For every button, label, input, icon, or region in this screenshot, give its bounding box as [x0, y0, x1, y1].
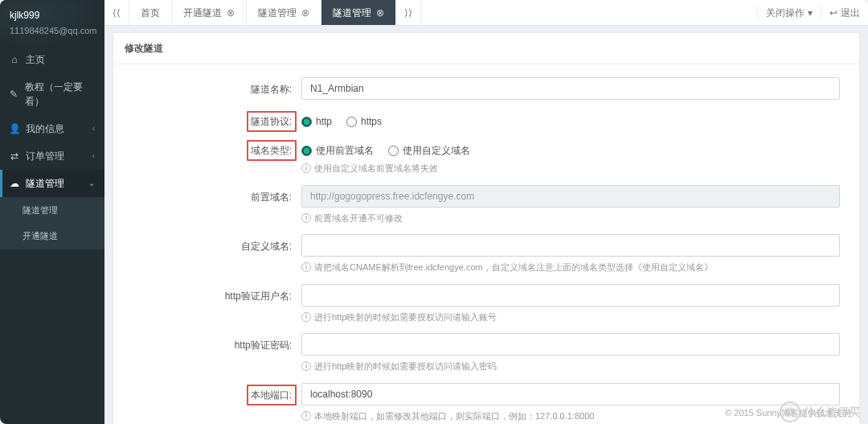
info-icon: i: [301, 312, 311, 322]
radio-custom-domain[interactable]: 使用自定义域名: [388, 143, 470, 158]
custom-domain-input[interactable]: [301, 234, 840, 257]
sidebar-item-label: 教程（一定要看）: [25, 80, 95, 109]
user-name: kjlk999: [10, 8, 96, 23]
sidebar-item-tunnels[interactable]: ☁ 隧道管理 ⌄: [0, 170, 104, 197]
next-tabs-button[interactable]: ⟩⟩: [396, 0, 421, 25]
info-icon: i: [301, 411, 311, 421]
user-mail: 1119848245@qq.com: [10, 24, 96, 38]
help-domain-type: i使用自定义域名前置域名将失效: [301, 162, 840, 175]
sidebar-item-label: 隧道管理: [26, 176, 64, 191]
info-icon: i: [301, 163, 311, 173]
help-http-pass: i进行http映射的时候如需要授权访问请输入密码: [301, 360, 840, 373]
http-user-input[interactable]: [301, 284, 840, 307]
sidebar-item-label: 开通隧道: [23, 229, 58, 243]
sidebar-item-label: 订单管理: [26, 149, 64, 163]
label-local-port: 本地端口:: [133, 383, 301, 402]
info-icon: i: [301, 213, 311, 223]
chevron-left-icon: ‹: [92, 122, 95, 134]
tab-open-tunnel[interactable]: 开通隧道⊗: [172, 0, 247, 25]
close-icon[interactable]: ⊗: [301, 6, 309, 20]
tab-tunnel-manage[interactable]: 隧道管理⊗: [247, 0, 321, 25]
book-icon: ✎: [10, 87, 18, 101]
chevron-down-icon: ▾: [808, 6, 813, 20]
radio-preset-domain[interactable]: 使用前置域名: [301, 143, 374, 158]
http-pass-input[interactable]: [301, 333, 840, 356]
edit-tunnel-panel: 修改隧道 隧道名称: 隧道协议: http https: [113, 32, 860, 424]
orders-icon: ⇄: [10, 149, 19, 163]
user-panel: kjlk999 1119848245@qq.com: [0, 0, 104, 46]
chevron-left-icon: ‹: [92, 150, 95, 162]
user-icon: 👤: [10, 121, 19, 136]
home-icon: ⌂: [10, 52, 19, 67]
sidebar-sub-open[interactable]: 开通隧道: [0, 223, 104, 249]
local-port-input[interactable]: [301, 383, 840, 405]
collapse-tabs-button[interactable]: ⟨⟨: [104, 0, 129, 25]
cloud-icon: ☁: [10, 176, 19, 191]
sidebar-item-orders[interactable]: ⇄ 订单管理 ‹: [0, 142, 104, 170]
logout-icon: ↩: [829, 6, 837, 20]
sidebar-menu: ⌂ 主页 ✎ 教程（一定要看） 👤 我的信息 ‹ ⇄ 订单管理 ‹ ☁ 隧道管理…: [0, 46, 104, 249]
logout-button[interactable]: ↩退出: [821, 6, 868, 20]
double-chevron-right-icon: ⟩⟩: [404, 6, 412, 20]
label-http-pass: http验证密码:: [133, 333, 301, 352]
sidebar-item-profile[interactable]: 👤 我的信息 ‹: [0, 115, 104, 142]
tab-home[interactable]: 首页: [129, 0, 172, 25]
label-protocol: 隧道协议:: [133, 109, 301, 129]
close-icon[interactable]: ⊗: [227, 6, 235, 20]
sidebar-item-label: 我的信息: [26, 121, 64, 136]
close-icon[interactable]: ⊗: [376, 6, 384, 20]
sidebar-item-label: 主页: [26, 52, 45, 67]
sidebar-item-home[interactable]: ⌂ 主页: [0, 46, 104, 73]
sidebar-sub-manage[interactable]: 隧道管理: [0, 197, 104, 224]
info-icon: i: [301, 262, 311, 272]
help-custom-domain: i请把域名CNAME解析到free.idcfengye.com，自定义域名注意上…: [301, 261, 840, 274]
double-chevron-left-icon: ⟨⟨: [113, 6, 121, 20]
tunnel-name-input[interactable]: [301, 77, 840, 100]
label-custom-domain: 自定义域名:: [133, 234, 301, 253]
topbar: ⟨⟨ 首页 开通隧道⊗ 隧道管理⊗ 隧道管理⊗ ⟩⟩ 关闭操作▾ ↩退出: [104, 0, 868, 26]
close-ops-dropdown[interactable]: 关闭操作▾: [757, 6, 821, 20]
sidebar-item-tutorial[interactable]: ✎ 教程（一定要看）: [0, 73, 104, 115]
sidebar-item-label: 隧道管理: [23, 204, 58, 217]
tab-tunnel-manage-active[interactable]: 隧道管理⊗: [321, 0, 396, 25]
sidebar: kjlk999 1119848245@qq.com ⌂ 主页 ✎ 教程（一定要看…: [0, 0, 104, 424]
copyright: © 2015 Sunny博客提供技术支持: [725, 406, 852, 420]
label-http-user: http验证用户名:: [133, 284, 301, 303]
label-preset-domain: 前置域名:: [133, 185, 301, 204]
chevron-down-icon: ⌄: [88, 177, 95, 189]
preset-domain-input: [301, 185, 840, 208]
radio-https[interactable]: https: [346, 114, 382, 129]
help-preset-domain: i前置域名开通不可修改: [301, 212, 840, 225]
info-icon: i: [301, 361, 311, 371]
panel-title: 修改隧道: [113, 33, 859, 64]
label-domain-type: 域名类型:: [133, 138, 301, 158]
radio-http[interactable]: http: [301, 114, 332, 129]
help-http-user: i进行http映射的时候如需要授权访问请输入账号: [301, 311, 840, 324]
label-tunnel-name: 隧道名称:: [133, 77, 301, 97]
